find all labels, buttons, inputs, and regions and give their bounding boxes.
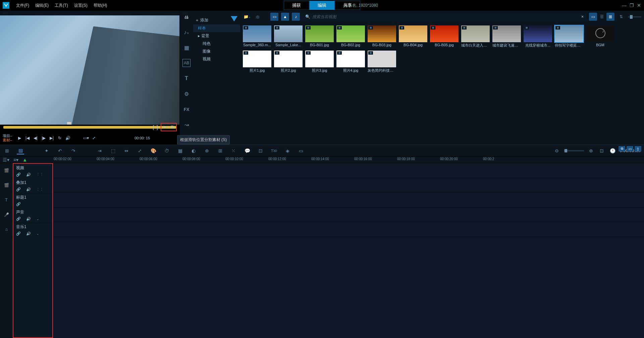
redo-button[interactable]: ↷ xyxy=(70,147,77,154)
mark-out-button[interactable]: ] xyxy=(157,125,158,130)
copy-attrs-button[interactable]: ⧉ xyxy=(171,124,174,130)
view-large-button[interactable]: ▭ xyxy=(589,13,597,21)
clear-search-button[interactable]: × xyxy=(581,14,584,19)
multi-cam-button[interactable]: ⊡ xyxy=(257,147,264,154)
track-header[interactable]: 叠加1🔗🔊⋮⋮ xyxy=(13,179,52,193)
timer-button[interactable]: 🕐 xyxy=(609,147,616,154)
track-header[interactable]: 声音🔗🔊⌄ xyxy=(13,208,52,223)
mode-tab-share[interactable]: 共享 xyxy=(335,1,360,10)
play-button[interactable]: ▶ xyxy=(16,135,23,141)
zoom-slider[interactable] xyxy=(564,150,584,151)
record-button[interactable]: ◎ xyxy=(254,13,262,21)
mode-tab-capture[interactable]: 捕获 xyxy=(284,1,309,10)
thumbnail-item[interactable]: ▦照片1.jpg xyxy=(243,51,271,73)
menu-edit[interactable]: 编辑(E) xyxy=(35,3,49,8)
track-lane[interactable] xyxy=(53,193,644,207)
close-button[interactable]: ✕ xyxy=(637,3,641,8)
track-lane[interactable] xyxy=(53,207,644,222)
fit-timeline-button[interactable]: ⊡ xyxy=(598,147,605,154)
pin-icon[interactable] xyxy=(231,16,237,21)
panel-grip[interactable]: ::::::::: xyxy=(0,11,179,15)
thumbnail-item[interactable]: ▦照片4.jpg xyxy=(336,51,365,73)
timeline-ruler[interactable]: ☰▾ ≡▾ ▲ 00:00:02:0000:00:04:0000:00:06:0… xyxy=(0,156,644,163)
clip-mode-label[interactable]: 素材– xyxy=(3,138,12,142)
zoom-out-button[interactable]: ⊖ xyxy=(553,147,560,154)
thumbnail-item[interactable]: ▦城市白天进入夜... xyxy=(461,25,490,48)
menu-setting[interactable]: 设置(S) xyxy=(74,3,88,8)
search-box[interactable]: 🔍 × xyxy=(303,13,586,21)
track-options-button[interactable]: ☰▾ xyxy=(3,157,9,162)
track-type-icon[interactable]: 🎤 xyxy=(0,207,13,222)
tree-background[interactable]: ▸背景 xyxy=(193,32,240,40)
thumbnail-item[interactable]: ▦城市建设飞速崛... xyxy=(492,25,521,48)
next-frame-button[interactable]: |▶ xyxy=(40,135,47,141)
track-option-button[interactable]: 🔗 xyxy=(16,187,21,192)
tree-sample[interactable]: 样本 xyxy=(193,24,240,32)
add-marker-button[interactable]: ▲ xyxy=(22,157,27,162)
zoom-in-button[interactable]: ⊕ xyxy=(587,147,595,154)
thumb-size-slider[interactable] xyxy=(628,16,641,17)
3d-title-button[interactable]: T3D xyxy=(270,147,278,154)
text-tab-icon[interactable]: T xyxy=(182,74,191,82)
track-option-button[interactable]: ⋮⋮ xyxy=(36,187,44,192)
undo-button[interactable]: ↶ xyxy=(56,147,64,154)
chroma-button[interactable]: ▦ xyxy=(176,147,184,154)
layout-button-1[interactable]: ⧉ xyxy=(619,146,625,151)
tree-solid[interactable]: 纯色 xyxy=(193,40,240,48)
color-button[interactable]: 🎨 xyxy=(150,147,157,154)
loop-button[interactable]: ↻ xyxy=(56,135,63,141)
layout-button-3[interactable]: ▯ xyxy=(635,146,641,151)
timeline-view-button[interactable]: ▤ xyxy=(17,147,24,154)
thumbnail-item[interactable]: ▦光线穿梭城市... xyxy=(524,25,552,48)
track-option-button[interactable]: ⋮⋮ xyxy=(36,173,44,177)
thumbnail-item[interactable]: ▦Sample_360.m... xyxy=(243,25,271,48)
split-clip-button[interactable]: ✂ xyxy=(163,124,167,130)
thumbnail-item[interactable]: ▦BG-B03.jpg xyxy=(368,25,396,48)
prev-frame-button[interactable]: ◀| xyxy=(32,135,39,141)
grid-button[interactable]: ⊞ xyxy=(217,147,224,154)
track-display-button[interactable]: ≡▾ xyxy=(13,157,18,162)
subtitle-button[interactable]: 💬 xyxy=(244,147,251,154)
thumbnail-item[interactable]: ▦Sample_Lake... xyxy=(274,25,303,48)
track-option-button[interactable]: 🔊 xyxy=(26,231,31,236)
transition-tab-icon[interactable]: ▦ xyxy=(182,44,191,52)
magic-tools-button[interactable]: ✦ xyxy=(43,147,50,154)
motion-tab-icon[interactable]: ↝ xyxy=(182,121,191,129)
library-grip[interactable]: ::::::::: xyxy=(180,11,240,15)
expand-preview-button[interactable]: ⤢ xyxy=(91,135,97,141)
track-option-button[interactable]: 🔗 xyxy=(16,173,21,177)
resize-dropdown[interactable]: ▭▾ xyxy=(83,135,89,141)
track-option-button[interactable]: 🔊 xyxy=(26,187,31,192)
tree-video[interactable]: 视频 xyxy=(193,55,240,63)
layout-button-2[interactable]: ▭ xyxy=(627,146,633,151)
maximize-button[interactable]: ❐ xyxy=(629,3,634,8)
storyboard-view-button[interactable]: ⊞ xyxy=(3,147,11,154)
track-lane[interactable] xyxy=(53,163,644,178)
filter-video-button[interactable]: ▭ xyxy=(270,13,278,21)
mark-in-button[interactable]: [ xyxy=(153,125,154,130)
thumbnail-item[interactable]: ▦仰拍写字楼延时... xyxy=(555,25,583,48)
menu-tool[interactable]: 工具(T) xyxy=(55,3,68,8)
menu-help[interactable]: 帮助(H) xyxy=(94,3,107,8)
filter-photo-button[interactable]: ▲ xyxy=(281,13,289,21)
track-motion-button[interactable]: ⊕ xyxy=(203,147,211,154)
ripple-button[interactable]: ⇥ xyxy=(96,147,103,154)
thumbnail-item[interactable]: ▦BG-B05.jpg xyxy=(430,25,459,48)
filter-audio-button[interactable]: ♪ xyxy=(292,13,300,21)
view-grid-button[interactable]: ⊞ xyxy=(606,13,614,21)
thumbnail-item[interactable]: ♪BGM xyxy=(586,25,614,48)
preview-timecode[interactable]: 00:00: 15 xyxy=(135,136,150,140)
track-option-button[interactable]: ⌄ xyxy=(36,231,39,236)
minimize-button[interactable]: — xyxy=(622,3,627,8)
thumbnail-item[interactable]: ▦BG-B02.jpg xyxy=(336,25,365,48)
track-type-icon[interactable]: ♫ xyxy=(0,222,13,237)
go-start-button[interactable]: |◀ xyxy=(24,135,31,141)
track-header[interactable]: 标题1🔗 xyxy=(13,193,52,208)
tree-image[interactable]: 图像 xyxy=(193,48,240,55)
project-mode-label[interactable]: 项目– xyxy=(3,134,12,138)
sort-button[interactable]: ⇅ xyxy=(617,13,625,21)
track-header[interactable]: 视频🔗🔊⋮⋮ xyxy=(13,164,52,179)
track-option-button[interactable]: 🔗 xyxy=(16,231,21,236)
track-header[interactable]: 音乐1🔗🔊⌄ xyxy=(13,223,52,238)
3d-button[interactable]: ◈ xyxy=(284,147,291,154)
